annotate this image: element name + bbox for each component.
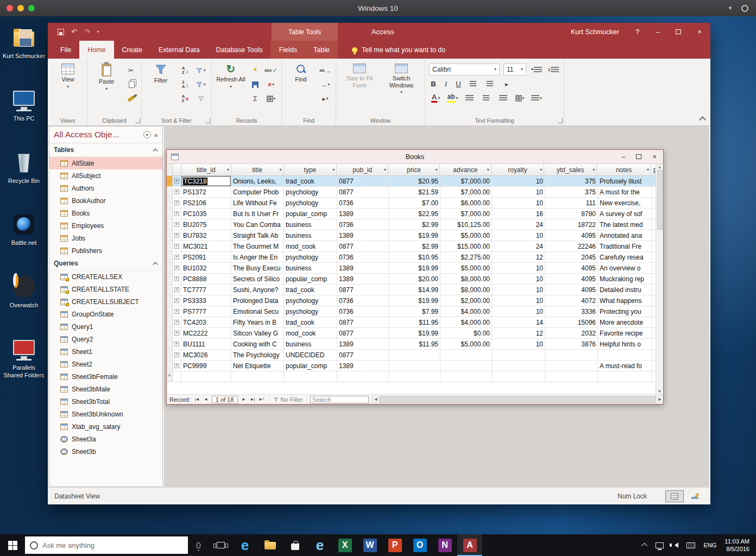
- delete-record-button[interactable]: ×▾: [264, 79, 278, 90]
- cell-price[interactable]: $19.99: [389, 295, 440, 306]
- cell-price[interactable]: $11.95: [389, 317, 440, 327]
- copy-button[interactable]: [124, 79, 137, 90]
- cell-ytd-sales[interactable]: 2045: [545, 252, 598, 262]
- more-records-button[interactable]: ▾: [264, 93, 278, 104]
- nav-query-item[interactable]: Sheet2: [49, 358, 162, 370]
- cell-pub-id[interactable]: 0877: [337, 350, 389, 360]
- cell-type[interactable]: trad_cook: [284, 285, 337, 295]
- cell-title[interactable]: Onions, Leeks,: [231, 176, 284, 186]
- expand-subdatasheet[interactable]: +: [173, 187, 181, 197]
- cell-title[interactable]: Net Etiquette: [231, 361, 284, 371]
- expand-subdatasheet[interactable]: +: [173, 285, 181, 295]
- bullets-button[interactable]: •: [530, 64, 543, 75]
- find-button[interactable]: Find: [286, 61, 316, 83]
- cell-advance[interactable]: $6,000.00: [440, 198, 492, 208]
- column-dropdown-icon[interactable]: ▾: [332, 168, 335, 172]
- table-row[interactable]: + PS7777 Emotional Secu psychology 0736 …: [167, 306, 656, 317]
- record-selector[interactable]: [167, 339, 173, 349]
- datasheet-view-button[interactable]: [665, 490, 684, 502]
- totals-button[interactable]: Σ: [249, 93, 262, 104]
- switch-windows-button[interactable]: Switch Windows ▾: [382, 61, 421, 94]
- taskbar-app-button[interactable]: [257, 534, 282, 556]
- cell-notes[interactable]: The latest med: [598, 219, 652, 230]
- record-search-input[interactable]: [310, 396, 369, 403]
- cell-pub-id[interactable]: 1389: [337, 274, 389, 284]
- cell-title-id[interactable]: TC7777: [181, 285, 231, 295]
- cell-type[interactable]: business: [284, 263, 337, 273]
- table-row[interactable]: + BU7832 Straight Talk Ab business 1389 …: [167, 230, 656, 241]
- ribbon-tab[interactable]: Fields: [271, 41, 305, 59]
- italic-button[interactable]: I: [442, 78, 450, 90]
- cell-advance[interactable]: $0.00: [440, 328, 492, 338]
- record-selector[interactable]: [167, 187, 173, 197]
- nav-query-item[interactable]: Query1: [49, 320, 162, 333]
- goto-button[interactable]: →▾: [319, 79, 332, 90]
- cell-type[interactable]: psychology: [284, 198, 337, 208]
- nav-query-item[interactable]: Sheet3bTotal: [49, 395, 162, 408]
- cell-pub-id[interactable]: 0736: [337, 198, 389, 208]
- cell-title-id[interactable]: PS7777: [181, 306, 231, 317]
- cell-royalty[interactable]: [492, 350, 545, 360]
- minimize-icon[interactable]: –: [656, 28, 659, 35]
- cell-price[interactable]: $7.99: [389, 306, 440, 317]
- text-direction-button[interactable]: ▸: [500, 78, 513, 90]
- record-selector[interactable]: [167, 230, 173, 241]
- font-color-button[interactable]: A▾: [429, 92, 442, 104]
- sort-ascending-button[interactable]: AZ↓: [179, 65, 192, 76]
- cell-title-id[interactable]: PC9999: [181, 361, 231, 371]
- scrollbar-thumb[interactable]: [657, 170, 663, 230]
- cell-notes[interactable]: An overview o: [598, 263, 652, 273]
- table-row[interactable]: + MC3026 The Psychology UNDECIDED 0877: [167, 350, 656, 361]
- cell-pub-id[interactable]: 1389: [337, 339, 389, 349]
- save-record-button[interactable]: [249, 79, 262, 90]
- ribbon-tab[interactable]: External Data: [150, 41, 208, 59]
- alternate-row-color-button[interactable]: ▾: [530, 92, 543, 104]
- cell-pub-id[interactable]: 0877: [337, 241, 389, 251]
- scroll-down-icon[interactable]: ▼: [658, 389, 662, 393]
- table-row[interactable]: + BU2075 You Can Comba business 0736 $2.…: [167, 219, 656, 230]
- cell-advance[interactable]: $2,000.00: [440, 295, 492, 306]
- nav-table-item[interactable]: Publishers: [49, 244, 162, 257]
- record-selector[interactable]: [167, 263, 173, 273]
- column-header-royalty[interactable]: royalty▾: [492, 164, 545, 175]
- nav-table-item[interactable]: Jobs: [49, 232, 162, 244]
- maximize-icon[interactable]: [636, 154, 641, 159]
- cell-title[interactable]: The Gourmet M: [231, 241, 284, 251]
- cell-title-id[interactable]: PS2106: [181, 198, 231, 208]
- refresh-all-button[interactable]: ↻ Refresh All ▾: [216, 61, 246, 89]
- cell-title[interactable]: Prolonged Data: [231, 295, 284, 306]
- align-right-button[interactable]: [496, 92, 509, 104]
- language-indicator[interactable]: ENG: [703, 542, 716, 548]
- nav-query-item[interactable]: Query2: [49, 333, 162, 345]
- toggle-filter-button[interactable]: [194, 93, 207, 104]
- nav-table-item[interactable]: AllSubject: [49, 169, 162, 182]
- cell-title-id[interactable]: PS2091: [181, 252, 231, 262]
- expand-subdatasheet[interactable]: +: [173, 252, 181, 262]
- desktop-icon[interactable]: Kurt Schmucker: [2, 26, 46, 60]
- cell-type[interactable]: mod_cook: [284, 328, 337, 338]
- decrease-indent-button[interactable]: [467, 78, 480, 90]
- cell-ytd-sales[interactable]: 8780: [545, 208, 598, 219]
- taskbar-app-button[interactable]: W: [357, 534, 382, 556]
- record-selector[interactable]: [167, 350, 173, 360]
- cell-title-id[interactable]: PC1035: [181, 208, 231, 219]
- nav-query-item[interactable]: Xtab_avg_salary: [49, 420, 162, 433]
- ribbon-tab[interactable]: Database Tools: [208, 41, 271, 59]
- table-row[interactable]: + PC1035 But Is It User Fr popular_comp …: [167, 208, 656, 219]
- books-titlebar[interactable]: Books – ×: [167, 150, 663, 164]
- column-dropdown-icon[interactable]: ▾: [384, 168, 386, 172]
- cell-title[interactable]: Computer Phob: [231, 187, 284, 197]
- cell-type[interactable]: psychology: [284, 252, 337, 262]
- cell-price[interactable]: $19.99: [389, 328, 440, 338]
- cell-price[interactable]: $11.95: [389, 339, 440, 349]
- expand-subdatasheet[interactable]: +: [173, 198, 181, 208]
- cell-ytd-sales[interactable]: [545, 361, 598, 371]
- cell-pub-id[interactable]: 0736: [337, 252, 389, 262]
- column-dropdown-icon[interactable]: ▾: [227, 168, 229, 172]
- record-selector[interactable]: [167, 176, 173, 186]
- qat-customize-icon[interactable]: ▾: [97, 29, 99, 34]
- cell-title[interactable]: The Busy Execu: [231, 263, 284, 273]
- cell-ytd-sales[interactable]: 4095: [545, 274, 598, 284]
- cell-royalty[interactable]: 10: [492, 295, 545, 306]
- cell-title[interactable]: Secrets of Silico: [231, 274, 284, 284]
